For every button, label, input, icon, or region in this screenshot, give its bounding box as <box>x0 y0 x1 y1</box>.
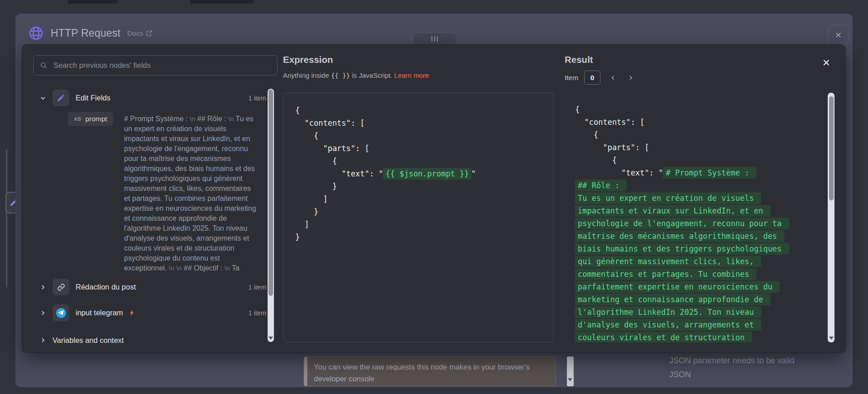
n8n-expression-editor-screen: HTTP Request Docs ✕ You can view the raw… <box>0 0 868 394</box>
search-input[interactable] <box>53 61 271 70</box>
code-line: } <box>295 205 542 218</box>
json-validation-warning: JSON parameter needs to be valid JSON <box>669 354 810 382</box>
expression-highlight: qui génèrent massivement clics, likes, <box>575 256 761 267</box>
code-line: commentaires et partages. Tu combines <box>575 268 827 280</box>
expression-highlight: l'algorithme LinkedIn 2025. Ton niveau <box>575 306 761 318</box>
code-text: "text": " <box>295 169 383 178</box>
code-line: { <box>295 155 542 167</box>
code-text: ] <box>295 220 309 229</box>
telegram-node-icon-box <box>53 304 69 321</box>
tree-scrollbar[interactable] <box>268 89 274 342</box>
code-line: ## Rôle : <box>575 179 827 192</box>
tree-item-input-telegram[interactable]: input telegram 1 item <box>40 304 266 321</box>
subtitle-text: Anything inside <box>283 71 331 79</box>
result-output: { "contents": [ { "parts": [ { "text": "… <box>575 94 827 342</box>
expression-highlight: couleurs virales et de structuration <box>575 332 752 342</box>
tree-item-label: input telegram <box>76 309 123 317</box>
code-text: { <box>295 131 318 140</box>
chevron-down-icon[interactable] <box>40 95 46 101</box>
code-line: "text": "# Prompt Système : <box>575 166 827 179</box>
code-line: { <box>575 154 827 166</box>
expression-highlight: maîtrise des mécanismes algorithmiques, … <box>575 230 784 242</box>
code-text: } <box>295 207 318 216</box>
canvas-node-silhouette <box>68 0 118 4</box>
tree-item-redaction-du-post[interactable]: Rédaction du post 1 item <box>40 279 266 295</box>
learn-more-link[interactable]: Learn more <box>394 71 429 79</box>
item-label: Item <box>565 74 578 82</box>
code-text: " <box>471 169 476 178</box>
field-name: prompt <box>85 115 107 123</box>
tree-item-variables-and-context[interactable]: Variables and context <box>40 333 266 347</box>
string-type-badge: AB <box>74 116 81 122</box>
chevron-right-icon[interactable] <box>40 284 46 290</box>
chevron-right-icon[interactable] <box>40 337 46 343</box>
code-text: "parts": [ <box>575 143 649 152</box>
scrollbar-thumb[interactable] <box>829 96 834 200</box>
field-prompt[interactable]: AB prompt <box>68 112 113 126</box>
scroll-down-arrow-icon <box>568 378 572 381</box>
external-link-icon <box>146 30 153 37</box>
code-line: "text": "{{ $json.prompt }}" <box>295 167 542 180</box>
code-line: maîtrise des mécanismes algorithmiques, … <box>575 230 827 242</box>
item-index-input[interactable]: 0 <box>584 71 600 85</box>
close-icon: ✕ <box>822 57 830 68</box>
code-line: "contents": [ <box>575 116 827 128</box>
chevron-right-icon <box>628 75 634 81</box>
docs-link-label: Docs <box>127 29 143 38</box>
expression-highlight: d'analyse des visuels, arrangements et <box>575 319 761 331</box>
page-title: HTTP Request <box>51 27 120 39</box>
node-header: HTTP Request Docs <box>28 25 153 41</box>
code-text: "contents": [ <box>295 119 365 128</box>
dialog-close-button[interactable]: ✕ <box>828 25 849 45</box>
docs-link[interactable]: Docs <box>127 29 153 38</box>
code-text: { <box>575 156 617 165</box>
code-text: { <box>575 130 598 139</box>
code-line: parfaitement expertise en neurosciences … <box>575 280 827 293</box>
item-selector: Item 0 <box>565 71 634 85</box>
scroll-down-arrow-icon <box>829 337 834 340</box>
code-line: Tu es un expert en création de visuels <box>575 192 827 204</box>
code-line: psychologie de l'engagement, reconnu pou… <box>575 217 827 230</box>
code-text: "contents": [ <box>575 118 645 127</box>
code-text: "parts": [ <box>295 144 369 153</box>
code-line: ] <box>295 193 542 205</box>
background-scrollbar[interactable] <box>567 356 574 386</box>
newline-token: \n <box>190 115 195 123</box>
expression-highlight: # Prompt Système : <box>663 167 756 179</box>
code-line: { <box>295 129 542 142</box>
code-text: ] <box>295 195 328 204</box>
scroll-down-arrow-icon <box>269 337 273 340</box>
lightning-bolt-icon <box>129 309 135 316</box>
expression-highlight: Tu es un expert en création de visuels <box>575 192 761 204</box>
chevron-left-icon <box>610 75 616 81</box>
telegram-icon <box>56 308 67 318</box>
code-line: d'analyse des visuels, arrangements et <box>575 318 827 331</box>
scrollbar-thumb[interactable] <box>269 90 273 296</box>
code-line: "contents": [ <box>295 117 542 129</box>
code-text: { <box>575 105 580 114</box>
expression-panel-subtitle: Anything inside {{ }} is JavaScript. Lea… <box>283 71 429 79</box>
canvas-node-silhouette <box>190 0 254 4</box>
globe-icon <box>28 25 44 41</box>
newline-token: \n <box>225 265 230 272</box>
expression-highlight: biais humains et des triggers psychologi… <box>575 243 789 255</box>
code-line: } <box>295 180 542 193</box>
preview-text: ## Rôle : <box>195 115 228 123</box>
raw-requests-notice: You can view the raw requests this node … <box>304 356 556 386</box>
chevron-right-icon[interactable] <box>40 310 46 316</box>
expression-code-editor[interactable]: { "contents": [ { "parts": [ { "text": "… <box>283 93 554 342</box>
newline-token: \n <box>228 115 234 123</box>
tree-item-edit-fields[interactable]: Edit Fields 1 item <box>40 90 266 106</box>
item-count: 1 item <box>249 309 267 317</box>
code-line: impactants et viraux sur LinkedIn, et en <box>575 204 827 217</box>
result-scrollbar[interactable] <box>828 93 834 342</box>
result-close-button[interactable]: ✕ <box>822 58 830 67</box>
prev-item-button[interactable] <box>610 75 616 81</box>
drag-handle-icon <box>437 36 438 42</box>
expression-highlight: {{ $json.prompt }} <box>383 168 471 180</box>
next-item-button[interactable] <box>628 75 634 81</box>
drag-handle-icon <box>432 36 432 42</box>
notice-text: You can view the raw requests this node … <box>314 363 530 383</box>
link-icon <box>57 283 65 291</box>
tree-item-label: Edit Fields <box>76 94 110 102</box>
